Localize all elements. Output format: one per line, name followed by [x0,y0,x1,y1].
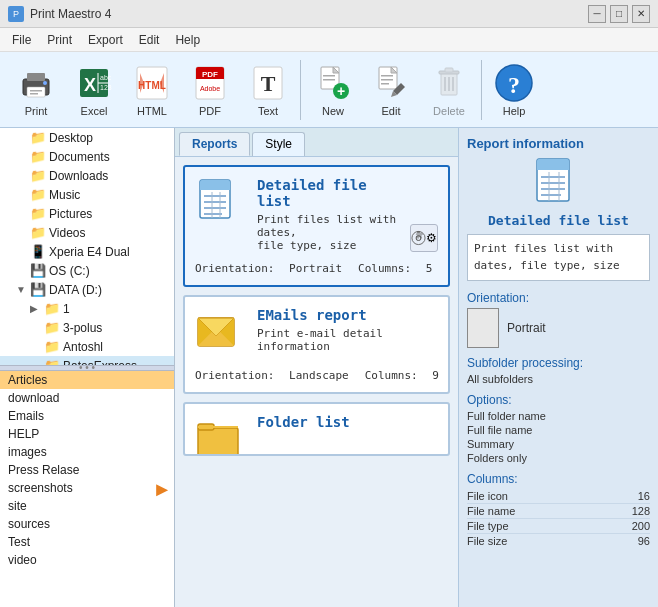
svg-text:Adobe: Adobe [200,85,220,92]
report-1-props: Orientation: Portrait Columns: 5 [195,262,438,275]
columns-list: File icon 16 File name 128 File type 200… [467,489,650,548]
html-icon: HTML [132,63,172,103]
tree-item-label: Downloads [49,169,108,183]
svg-rect-57 [198,428,238,456]
report-2-props: Orientation: Landscape Columns: 9 [195,369,438,382]
tree-item-3-polus[interactable]: 📁3-polus [0,318,174,337]
tree-item-xperia-e4-dual[interactable]: 📱Xperia E4 Dual [0,242,174,261]
tree-item-videos[interactable]: 📁Videos [0,223,174,242]
tree-item-os--c--[interactable]: 💾OS (C:) [0,261,174,280]
tab-reports[interactable]: Reports [179,132,250,156]
sidebar: 📁Desktop📁Documents📁Downloads📁Music📁Pictu… [0,128,175,607]
toolbar-html-button[interactable]: HTML HTML [124,56,180,124]
main-area: 📁Desktop📁Documents📁Downloads📁Music📁Pictu… [0,128,658,607]
orientation-section-title: Orientation: [467,291,650,305]
tab-style[interactable]: Style [252,132,305,156]
column-file-name-name: File name [467,505,515,517]
tree-item-music[interactable]: 📁Music [0,185,174,204]
toolbar-delete-label: Delete [433,105,465,117]
bottom-item-label: Press Relase [8,463,79,477]
tree-item-pictures[interactable]: 📁Pictures [0,204,174,223]
bottom-item-press-relase[interactable]: Press Relase [0,461,174,479]
toolbar-pdf-button[interactable]: PDF Adobe PDF [182,56,238,124]
bottom-item-video-answers[interactable]: Video Answers [0,569,174,571]
column-row-file-type: File type 200 [467,519,650,534]
tree-item-label: Antoshl [63,340,103,354]
bottom-item-video[interactable]: video [0,551,174,569]
tree-item-data--d--[interactable]: ▼💾DATA (D:) [0,280,174,299]
column-row-file-size: File size 96 [467,534,650,548]
bottom-item-site[interactable]: site [0,497,174,515]
column-file-name-value: 128 [632,505,650,517]
text-icon: T [248,63,288,103]
reports-panel: Reports Style [175,128,458,607]
bottom-item-emails[interactable]: Emails [0,407,174,425]
bottom-item-sources[interactable]: sources [0,515,174,533]
menu-help[interactable]: Help [167,31,208,49]
tree-item-1[interactable]: ▶📁1 [0,299,174,318]
report-2-orientation-label: Orientation: [195,369,274,382]
options-section-title: Options: [467,393,650,407]
toolbar-help-button[interactable]: ? Help [486,56,542,124]
column-file-type-name: File type [467,520,509,532]
tree-item-label: Documents [49,150,110,164]
folder-icon: 📁 [30,130,46,145]
tree-item-label: Xperia E4 Dual [49,245,130,259]
svg-rect-32 [381,79,393,81]
toolbar-print-button[interactable]: Print [8,56,64,124]
orientation-preview [467,308,499,348]
report-1-settings-button[interactable]: ⚙ [410,224,438,252]
report-card-file-list[interactable]: Detailed file list Print files list with… [183,165,450,287]
svg-text:123: 123 [100,84,112,91]
report-card-folder-list[interactable]: Folder list [183,402,450,456]
folder-icon: 📁 [44,301,60,316]
excel-icon: X abc 123 [74,63,114,103]
bottom-item-images[interactable]: images [0,443,174,461]
tree-arrow: ▼ [16,284,30,295]
bottom-item-articles[interactable]: Articles [0,371,174,389]
tree-item-label: 3-polus [63,321,102,335]
tree-item-antoshl[interactable]: 📁Antoshl [0,337,174,356]
menu-file[interactable]: File [4,31,39,49]
maximize-button[interactable]: □ [610,5,628,23]
orientation-value: Portrait [507,321,546,335]
svg-rect-2 [27,87,45,97]
menu-print[interactable]: Print [39,31,80,49]
tree-item-desktop[interactable]: 📁Desktop [0,128,174,147]
folder-icon: 📁 [44,320,60,335]
toolbar-text-button[interactable]: T Text [240,56,296,124]
column-file-icon-name: File icon [467,490,508,502]
toolbar-delete-button[interactable]: Delete [421,56,477,124]
bottom-item-download[interactable]: download [0,389,174,407]
drive-icon: 💾 [30,263,46,278]
report-card-emails[interactable]: EMails report Print e-mail detail inform… [183,295,450,394]
column-file-size-name: File size [467,535,507,547]
tree-item-documents[interactable]: 📁Documents [0,147,174,166]
folder-icon: 📁 [30,149,46,164]
report-2-title: EMails report [257,307,438,323]
svg-rect-31 [381,75,393,77]
menu-edit[interactable]: Edit [131,31,168,49]
toolbar-edit-button[interactable]: Edit [363,56,419,124]
tree-item-downloads[interactable]: 📁Downloads [0,166,174,185]
svg-rect-59 [198,426,238,428]
columns-section-title: Columns: [467,472,650,486]
bottom-item-label: images [8,445,47,459]
minimize-button[interactable]: ─ [588,5,606,23]
svg-point-5 [43,81,47,85]
window-controls: ─ □ ✕ [588,5,650,23]
close-button[interactable]: ✕ [632,5,650,23]
menu-export[interactable]: Export [80,31,131,49]
svg-rect-4 [30,93,38,95]
app-icon: P [8,6,24,22]
options-list: Full folder name Full file name Summary … [467,410,650,464]
bottom-item-help[interactable]: HELP [0,425,174,443]
svg-text:T: T [261,71,276,96]
tree-item-label: OS (C:) [49,264,90,278]
bottom-item-test[interactable]: Test [0,533,174,551]
toolbar-excel-button[interactable]: X abc 123 Excel [66,56,122,124]
tree-item-label: DATA (D:) [49,283,102,297]
toolbar-new-button[interactable]: + New [305,56,361,124]
bottom-item-screenshots[interactable]: screenshots [0,479,174,497]
toolbar-new-label: New [322,105,344,117]
